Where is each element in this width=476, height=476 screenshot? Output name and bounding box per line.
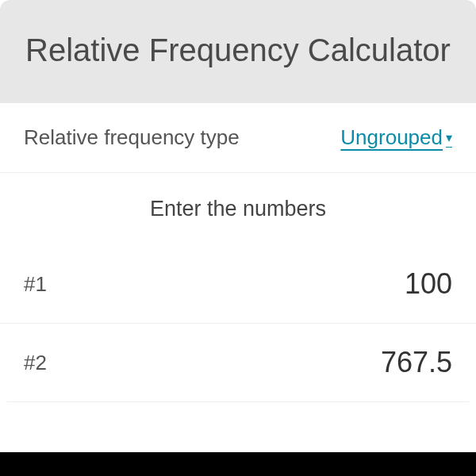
header: Relative Frequency Calculator xyxy=(0,0,476,103)
frequency-type-row: Relative frequency type Ungrouped ▾ xyxy=(0,103,476,173)
input-row-1[interactable]: #1 100 xyxy=(0,245,476,324)
frequency-type-label: Relative frequency type xyxy=(24,125,240,150)
frequency-type-select[interactable]: Ungrouped ▾ xyxy=(340,125,452,150)
calculator-panel: Relative Frequency Calculator Relative f… xyxy=(0,0,476,402)
chevron-down-icon: ▾ xyxy=(446,130,452,145)
input-label-1: #1 xyxy=(24,272,47,297)
input-label-2: #2 xyxy=(24,351,47,375)
input-value-2: 767.5 xyxy=(381,346,452,379)
page-title: Relative Frequency Calculator xyxy=(16,30,460,70)
bottom-bar xyxy=(0,452,476,476)
input-value-1: 100 xyxy=(405,267,452,301)
section-title: Enter the numbers xyxy=(0,173,476,245)
frequency-type-value: Ungrouped xyxy=(340,125,443,150)
input-row-2[interactable]: #2 767.5 xyxy=(0,324,476,402)
